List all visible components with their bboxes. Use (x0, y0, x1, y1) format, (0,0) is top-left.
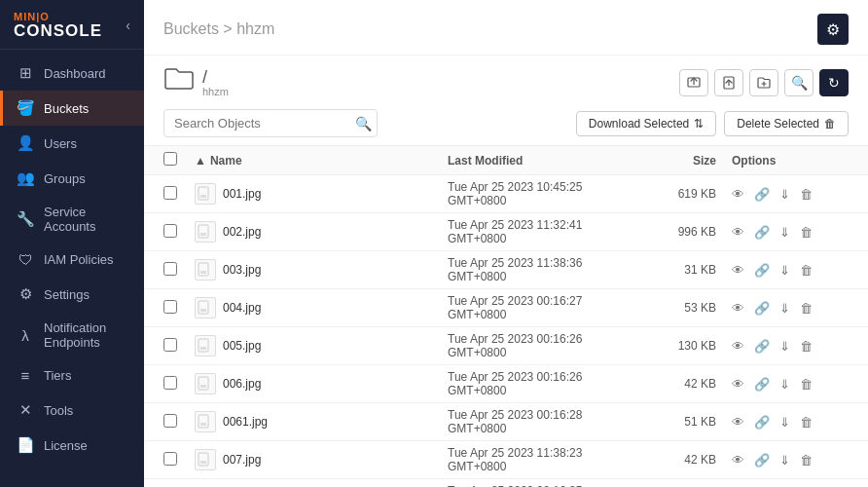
table-row: 0061.jpg Tue Apr 25 2023 00:16:28 GMT+08… (144, 403, 868, 441)
file-name-6[interactable]: 0061.jpg (223, 415, 268, 429)
row-checkbox-7[interactable] (163, 452, 177, 466)
download-icon-5[interactable]: ⇓ (779, 377, 790, 392)
preview-icon-4[interactable]: 👁 (732, 339, 744, 354)
share-icon-4[interactable]: 🔗 (754, 339, 770, 354)
options-cell-6: 👁 🔗 ⇓ 🗑 (732, 415, 849, 430)
delete-icon-4[interactable]: 🗑 (800, 339, 813, 354)
file-cell-6: 0061.jpg (195, 411, 448, 432)
share-icon-3[interactable]: 🔗 (754, 301, 770, 316)
col-options-header: Options (732, 154, 849, 168)
search-toggle-button[interactable]: 🔍 (784, 69, 814, 96)
row-checkbox-1[interactable] (163, 224, 177, 238)
sidebar-item-tiers[interactable]: ≡Tiers (0, 358, 144, 393)
download-selected-button[interactable]: Download Selected ⇅ (576, 111, 716, 136)
file-modified-1: Tue Apr 25 2023 11:32:41 GMT+0800 (448, 218, 634, 245)
download-icon-2[interactable]: ⇓ (779, 263, 790, 278)
share-icon-2[interactable]: 🔗 (754, 263, 770, 278)
preview-icon-7[interactable]: 👁 (732, 453, 744, 468)
nav-icon-dashboard: ⊞ (17, 64, 34, 82)
file-name-3[interactable]: 004.jpg (223, 301, 261, 315)
sidebar-item-tools[interactable]: ✕Tools (0, 393, 144, 428)
download-icon-6[interactable]: ⇓ (779, 415, 790, 430)
file-name-4[interactable]: 005.jpg (223, 339, 261, 353)
search-input[interactable] (163, 109, 378, 137)
row-checkbox-4[interactable] (163, 338, 177, 352)
settings-button[interactable]: ⚙ (817, 14, 849, 45)
delete-selected-label: Delete Selected (737, 117, 819, 131)
upload-folder-button[interactable] (679, 69, 708, 96)
search-button[interactable]: 🔍 (355, 116, 372, 131)
path-bar: / hhzm 🔍 ↻ (144, 56, 868, 105)
file-name-7[interactable]: 007.jpg (223, 453, 261, 467)
share-icon-5[interactable]: 🔗 (754, 377, 770, 392)
sidebar-item-notification-endpoints[interactable]: λNotification Endpoints (0, 312, 144, 358)
file-name-0[interactable]: 001.jpg (223, 187, 261, 201)
topbar: Buckets > hhzm ⚙ (144, 0, 868, 56)
sidebar-item-dashboard[interactable]: ⊞Dashboard (0, 56, 144, 91)
download-icon-7[interactable]: ⇓ (779, 453, 790, 468)
delete-icon-7[interactable]: 🗑 (800, 453, 813, 468)
share-icon-1[interactable]: 🔗 (754, 225, 770, 240)
table-row: 003.jpg Tue Apr 25 2023 11:38:36 GMT+080… (144, 251, 868, 289)
delete-icon-2[interactable]: 🗑 (800, 263, 813, 278)
action-bar: 🔍 Download Selected ⇅ Delete Selected 🗑 (144, 105, 868, 145)
sidebar-collapse-icon[interactable]: ‹ (126, 18, 130, 33)
preview-icon-1[interactable]: 👁 (732, 225, 744, 240)
file-name-5[interactable]: 006.jpg (223, 377, 261, 391)
main-content: Buckets > hhzm ⚙ / hhzm (144, 0, 868, 487)
delete-icon-3[interactable]: 🗑 (800, 301, 813, 316)
sidebar-item-iam-policies[interactable]: 🛡IAM Policies (0, 243, 144, 277)
share-icon-6[interactable]: 🔗 (754, 415, 770, 430)
sidebar-item-service-accounts[interactable]: 🔧Service Accounts (0, 196, 144, 243)
sidebar-item-buckets[interactable]: 🪣Buckets (0, 91, 144, 126)
breadcrumb-bucket[interactable]: Buckets (163, 20, 219, 37)
delete-icon-1[interactable]: 🗑 (800, 225, 813, 240)
download-icon-0[interactable]: ⇓ (779, 187, 790, 202)
svg-rect-15 (200, 347, 206, 350)
preview-icon-5[interactable]: 👁 (732, 377, 744, 392)
sidebar-item-users[interactable]: 👤Users (0, 126, 144, 161)
file-thumb-0 (195, 183, 216, 205)
file-name-2[interactable]: 003.jpg (223, 263, 261, 277)
preview-icon-3[interactable]: 👁 (732, 301, 744, 316)
row-checkbox-3[interactable] (163, 300, 177, 314)
svg-rect-9 (200, 233, 206, 236)
options-cell-0: 👁 🔗 ⇓ 🗑 (732, 187, 849, 202)
row-checkbox-0[interactable] (163, 186, 177, 200)
preview-icon-6[interactable]: 👁 (732, 415, 744, 430)
create-folder-button[interactable] (749, 69, 778, 96)
share-icon-0[interactable]: 🔗 (754, 187, 770, 202)
download-icon-4[interactable]: ⇓ (779, 339, 790, 354)
delete-icon-6[interactable]: 🗑 (800, 415, 813, 430)
refresh-button[interactable]: ↻ (819, 69, 849, 96)
preview-icon-2[interactable]: 👁 (732, 263, 744, 278)
upload-file-button[interactable] (714, 69, 743, 96)
svg-rect-17 (200, 385, 206, 388)
delete-icon-0[interactable]: 🗑 (800, 187, 813, 202)
download-icon-3[interactable]: ⇓ (779, 301, 790, 316)
file-cell-7: 007.jpg (195, 449, 448, 470)
download-icon-1[interactable]: ⇓ (779, 225, 790, 240)
path-slash: / (202, 68, 229, 86)
preview-icon-0[interactable]: 👁 (732, 187, 744, 202)
svg-rect-11 (200, 271, 206, 274)
svg-rect-16 (199, 377, 208, 390)
sidebar-item-groups[interactable]: 👥Groups (0, 161, 144, 196)
file-cell-5: 006.jpg (195, 373, 448, 394)
sidebar-item-license[interactable]: 📄License (0, 428, 144, 463)
row-checkbox-6[interactable] (163, 414, 177, 428)
col-name-header[interactable]: ▲ Name (195, 154, 448, 168)
row-checkbox-cell-6 (163, 414, 195, 431)
logo-console: CONSOLE (14, 22, 102, 39)
row-checkbox-5[interactable] (163, 376, 177, 390)
select-all-checkbox[interactable] (163, 152, 177, 166)
nav-label-users: Users (44, 136, 77, 151)
row-checkbox-2[interactable] (163, 262, 177, 276)
delete-selected-button[interactable]: Delete Selected 🗑 (724, 111, 849, 136)
share-icon-7[interactable]: 🔗 (754, 453, 770, 468)
file-name-1[interactable]: 002.jpg (223, 225, 261, 239)
file-table: ▲ Name Last Modified Size Options 001.jp… (144, 145, 868, 487)
delete-icon-5[interactable]: 🗑 (800, 377, 813, 392)
file-thumb-3 (195, 297, 216, 318)
sidebar-item-settings[interactable]: ⚙Settings (0, 277, 144, 312)
